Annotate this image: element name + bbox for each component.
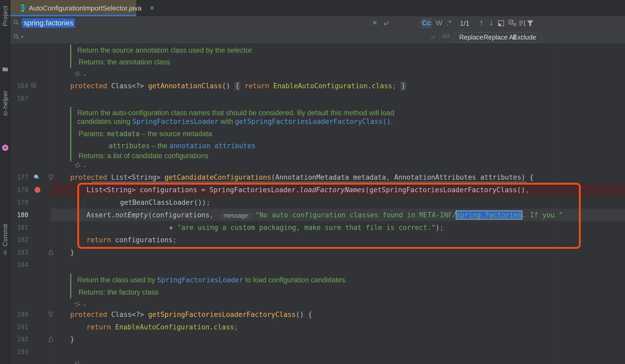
replace-input[interactable] [22,32,363,41]
match-case-toggle[interactable]: Cc [421,18,432,28]
line-text: + "are using a custom packaging, make su… [169,221,444,234]
line-text: protected Class<?> getSpringFactoriesLoa… [70,308,312,321]
doc-line: Returns: the annotation class [10,56,625,68]
line-text: return EnableAutoConfiguration.class; [86,321,238,333]
commit-label: Commit [2,224,9,246]
select-all-matches-icon[interactable] [509,20,517,27]
clear-search-icon[interactable]: ✕ [372,19,378,27]
doc-line: Return the source annotation class used … [10,44,625,57]
close-tab-icon[interactable]: ✕ [149,4,155,12]
line-number: 180 [10,209,28,221]
newline-icon[interactable] [382,20,389,27]
line-number: 178 [10,184,28,196]
breakpoint-icon[interactable] [35,187,40,193]
line-text: Return the source annotation class used … [77,44,253,57]
code-line: 191return EnableAutoConfiguration.class; [10,321,625,333]
fold-start-icon[interactable] [49,312,53,317]
line-text: Returns: the factory class [79,286,158,299]
method-actions-icon[interactable]: ⌄ [74,360,87,364]
java-class-icon: C [21,4,25,12]
editor-tab-bar: C AutoConfigurationImportSelector.java ✕ [10,0,625,16]
next-match-icon[interactable]: ↓ [489,18,494,27]
left-toolwindow-bar: Project ic-helper Commit [0,0,10,364]
line-text: return configurations; [86,234,177,246]
replace-newline-icon[interactable] [430,34,436,40]
filter-icon[interactable] [527,20,534,27]
line-number: 191 [10,321,28,333]
find-row: ▼ spring.factories ✕ Cc W .* 1/1 ↑ ↓ [10,16,625,30]
doc-line: Return the class used by SpringFactories… [10,274,625,286]
fold-expand-icon[interactable] [31,83,36,87]
ic-helper-label: ic-helper [2,90,9,116]
editor-surface[interactable]: Return the source annotation class used … [10,44,625,364]
ide-window: Project ic-helper Commit C AutoConfigura… [0,0,625,364]
project-label: Project [2,6,9,26]
line-text: Returns: the annotation class [79,56,170,68]
line-number: 193 [10,346,28,358]
code-line: 190protected Class<?> getSpringFactories… [10,308,625,321]
code-line: 192} [10,333,625,346]
code-line: 177protected List<String> getCandidateCo… [10,171,625,184]
code-line: 184 [10,258,625,271]
code-line: 183} [10,246,625,259]
line-text: List<String> configurations = SpringFact… [86,184,529,196]
line-number: 182 [10,234,28,246]
method-actions-icon[interactable]: ⌄ [74,70,87,77]
commit-button[interactable] [0,249,10,256]
open-in-find-window-icon[interactable] [498,20,505,27]
match-counter: 1/1 [460,19,469,27]
code-line: 181+ "are using a custom packaging, make… [10,221,625,234]
tab-autoconfigurationimportselector[interactable]: C AutoConfigurationImportSelector.java ✕ [10,0,136,16]
line-number: 190 [10,308,28,321]
fold-start-icon[interactable] [49,174,53,180]
fold-end-icon[interactable] [49,250,53,255]
tab-title: AutoConfigurationImportSelector.java [29,4,142,12]
sidebar-item-commit[interactable]: Commit [0,224,10,246]
line-number: 181 [10,221,28,234]
line-number: 192 [10,333,28,346]
doc-line: Params: metadata – the source metadata [10,128,625,140]
line-text: protected List<String> getCandidateConfi… [70,171,534,184]
project-folder-button[interactable] [0,66,10,72]
regex-toggle[interactable]: .* [443,18,455,28]
sidebar-item-project[interactable]: Project [0,6,10,26]
line-number: 177 [10,171,28,184]
line-number: 167 [10,92,28,105]
replace-row: ▼ AA Replace Replace All Exclude [10,30,625,44]
parameter-hint-chip: message: [220,211,253,220]
exclude-button[interactable]: Exclude [507,32,542,42]
line-text: protected Class<?> getAnnotationClass() … [70,80,407,92]
fold-end-icon[interactable] [49,337,53,342]
overridden-method-icon[interactable] [34,174,39,180]
find-replace-bar: ▼ spring.factories ✕ Cc W .* 1/1 ↑ ↓ [10,16,625,44]
previous-match-icon[interactable]: ↑ [479,18,484,27]
line-text: Params: metadata – the source metadata [79,128,212,140]
inlay-line: ⌄ [10,68,625,81]
code-line: 182return configurations; [10,234,625,246]
line-text: getBeanClassLoader()); [120,196,210,209]
folder-icon [2,66,8,72]
line-text: Returns: a list of candidate configurati… [79,150,208,162]
sidebar-item-ic-helper[interactable]: ic-helper [0,90,10,116]
code-line: 193 [10,346,625,358]
plugin-icon [2,145,8,151]
code-line: 167 [10,92,625,105]
inlay-line: ⌄ [10,358,625,364]
code-line: 180Assert.notEmpty(configurations, messa… [10,209,625,221]
doc-line: candidates using SpringFactoriesLoader w… [10,115,625,128]
search-input[interactable]: spring.factories [22,18,75,28]
line-number: 183 [10,246,28,259]
line-text: } [70,333,74,346]
line-text: candidates using SpringFactoriesLoader w… [77,115,393,128]
preserve-case-icon[interactable]: AA [442,32,451,40]
search-in-selection-icon[interactable] [519,20,526,27]
plugin-button[interactable] [0,145,10,151]
method-actions-icon[interactable]: ⌄ [74,301,87,307]
line-number: 184 [10,258,28,271]
doc-line: Returns: the factory class [10,286,625,299]
method-actions-icon[interactable]: ⌄ [74,162,87,169]
code-line: 179getBeanClassLoader()); [10,196,625,209]
line-number: 179 [10,196,28,209]
line-number: 164 [10,80,28,92]
line-text: } [70,246,74,259]
